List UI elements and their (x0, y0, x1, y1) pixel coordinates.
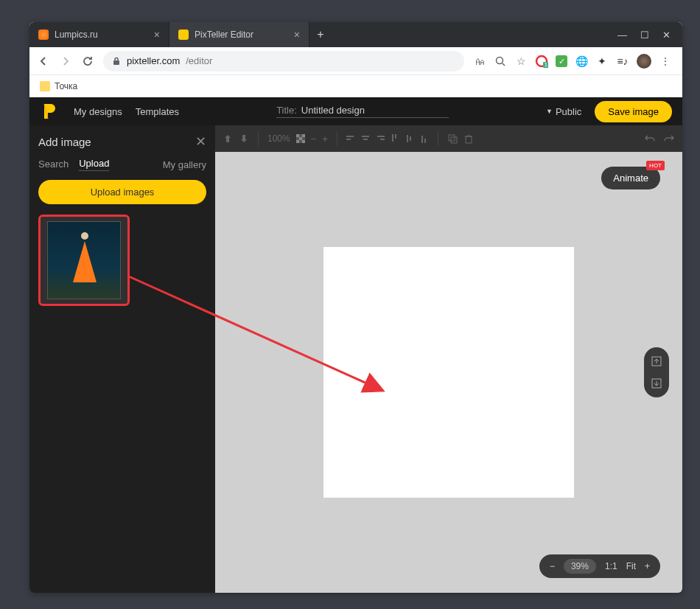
close-icon[interactable]: × (294, 29, 300, 41)
minimize-icon[interactable]: — (617, 29, 627, 41)
app-body: Add image ✕ Search Upload My gallery Upl… (29, 125, 682, 593)
layer-down-icon[interactable] (239, 133, 249, 144)
svg-rect-14 (346, 139, 351, 140)
svg-rect-22 (410, 136, 411, 141)
align-top-icon[interactable] (391, 134, 399, 143)
browser-window: Lumpics.ru × PixTeller Editor × + — ☐ ✕ … (29, 22, 682, 593)
align-middle-icon[interactable] (405, 134, 414, 143)
svg-rect-23 (421, 136, 423, 143)
canvas-area: 100% − + (215, 125, 682, 593)
tab-pixteller[interactable]: PixTeller Editor × (169, 22, 309, 47)
folder-icon (40, 81, 50, 91)
svg-rect-9 (302, 134, 305, 137)
zoom-fit[interactable]: Fit (626, 561, 636, 571)
canvas-viewport[interactable]: Animate HOT − 39% 1:1 Fit + (215, 152, 682, 593)
close-icon[interactable]: × (154, 29, 160, 41)
address-bar: pixteller.com/editor 🗛 ☆ 1 ✓ 🌐 ✦ ≡♪ ⋮ (29, 47, 682, 75)
duplicate-icon[interactable] (447, 133, 458, 144)
reload-button[interactable] (81, 55, 94, 68)
close-icon[interactable]: ✕ (662, 29, 671, 41)
svg-rect-15 (362, 136, 369, 137)
align-left-icon[interactable] (346, 134, 355, 143)
tab-upload[interactable]: Upload (79, 158, 109, 171)
visibility-dropdown[interactable]: ▼ Public (546, 106, 581, 117)
undo-icon[interactable] (644, 133, 656, 145)
extension-opera-icon[interactable]: 1 (535, 55, 548, 68)
new-tab-button[interactable]: + (309, 22, 332, 47)
import-icon[interactable] (648, 375, 665, 392)
tab-title: Lumpics.ru (55, 29, 98, 40)
svg-rect-5 (226, 138, 229, 142)
tab-search[interactable]: Search (38, 159, 69, 171)
logo[interactable] (40, 101, 60, 122)
close-icon[interactable]: ✕ (195, 133, 206, 150)
save-button[interactable]: Save image (595, 101, 672, 122)
align-center-icon[interactable] (361, 134, 370, 143)
window-controls: — ☐ ✕ (606, 29, 682, 41)
app: My designs Templates Title: Untitled des… (29, 97, 682, 593)
redo-icon[interactable] (663, 133, 675, 145)
title-label: Title: (276, 105, 297, 116)
extension-icons: 🗛 ☆ 1 ✓ 🌐 ✦ ≡♪ ⋮ (473, 54, 675, 69)
extensions-icon[interactable]: ✦ (595, 55, 609, 68)
bookmark-item[interactable]: Точка (55, 81, 77, 91)
svg-rect-18 (380, 139, 385, 140)
svg-rect-17 (377, 136, 385, 137)
lock-icon (112, 57, 121, 66)
svg-text:1: 1 (545, 62, 547, 67)
zoom-in-button[interactable]: + (645, 561, 650, 571)
align-bottom-icon[interactable] (420, 134, 429, 143)
bookmarks-bar: Точка (29, 75, 682, 97)
zoom-ratio[interactable]: 1:1 (605, 561, 617, 571)
tab-lumpics[interactable]: Lumpics.ru × (29, 22, 169, 47)
layer-up-icon[interactable] (223, 133, 233, 144)
back-button[interactable] (37, 55, 50, 68)
app-header: My designs Templates Title: Untitled des… (29, 97, 682, 125)
zoom-controls: − 39% 1:1 Fit + (539, 554, 660, 578)
menu-icon[interactable]: ⋮ (659, 55, 672, 68)
side-tools (644, 347, 669, 397)
my-gallery-link[interactable]: My gallery (163, 159, 206, 170)
plus-icon[interactable]: + (322, 133, 328, 145)
extension-check-icon[interactable]: ✓ (556, 55, 567, 67)
zoom-out-button[interactable]: − (550, 561, 555, 571)
favicon-lumpics (38, 29, 49, 40)
uploaded-thumbnail[interactable] (38, 215, 130, 306)
favicon-pixteller (178, 29, 189, 40)
star-icon[interactable]: ☆ (514, 55, 528, 68)
delete-icon[interactable] (463, 133, 474, 144)
design-title-group[interactable]: Title: Untitled design (276, 105, 449, 118)
title-value[interactable]: Untitled design (301, 105, 449, 116)
export-icon[interactable] (648, 353, 665, 369)
playlist-icon[interactable]: ≡♪ (616, 55, 629, 68)
forward-button[interactable] (59, 55, 72, 68)
visibility-label: Public (556, 106, 581, 117)
minus-icon[interactable]: − (311, 133, 317, 145)
svg-rect-10 (299, 137, 302, 140)
avatar-icon[interactable] (637, 54, 651, 69)
url-bar[interactable]: pixteller.com/editor (103, 51, 464, 72)
sidebar: Add image ✕ Search Upload My gallery Upl… (29, 125, 215, 593)
animate-button[interactable]: Animate HOT (601, 167, 660, 189)
panel-tabs: Search Upload My gallery (38, 158, 206, 171)
opacity-value: 100% (267, 133, 290, 144)
align-right-icon[interactable] (376, 134, 385, 143)
zoom-percent[interactable]: 39% (564, 559, 596, 574)
svg-rect-24 (424, 139, 426, 143)
svg-rect-20 (395, 134, 396, 139)
canvas[interactable] (323, 247, 574, 498)
chevron-down-icon: ▼ (546, 108, 553, 115)
url-host: pixteller.com (127, 55, 180, 66)
opacity-icon[interactable] (296, 134, 305, 143)
search-icon[interactable] (494, 55, 507, 68)
upload-images-button[interactable]: Upload images (38, 180, 206, 204)
nav-my-designs[interactable]: My designs (74, 106, 122, 117)
svg-rect-12 (302, 140, 305, 143)
tab-strip: Lumpics.ru × PixTeller Editor × + (29, 22, 606, 47)
maximize-icon[interactable]: ☐ (640, 29, 649, 41)
extension-globe-icon[interactable]: 🌐 (575, 55, 588, 68)
nav-templates[interactable]: Templates (136, 106, 179, 117)
translate-icon[interactable]: 🗛 (473, 55, 486, 68)
svg-rect-26 (451, 137, 457, 143)
hot-badge: HOT (646, 161, 665, 170)
